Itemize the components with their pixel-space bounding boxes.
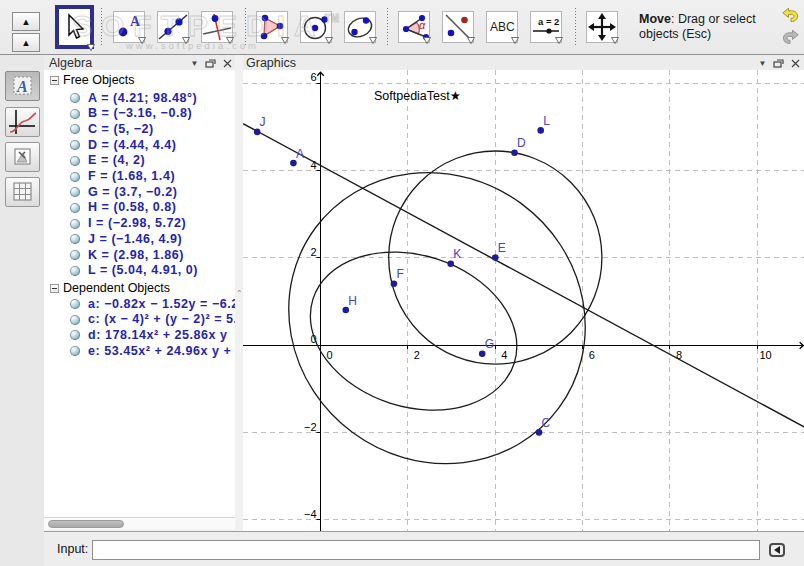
svg-text:D: D xyxy=(517,136,526,150)
svg-text:H: H xyxy=(348,294,357,308)
svg-text:L: L xyxy=(543,114,550,128)
svg-text:a = 2: a = 2 xyxy=(538,16,559,27)
svg-text:0: 0 xyxy=(326,349,332,361)
svg-text:6: 6 xyxy=(310,71,316,83)
svg-text:A: A xyxy=(16,78,28,95)
svg-text:−4: −4 xyxy=(304,508,317,520)
svg-text:2: 2 xyxy=(414,349,420,361)
svg-text:A: A xyxy=(296,147,304,161)
svg-text:−2: −2 xyxy=(304,421,317,433)
svg-text:G: G xyxy=(485,337,494,351)
svg-text:C: C xyxy=(542,416,551,430)
svg-text:2: 2 xyxy=(310,246,316,258)
svg-text:ABC: ABC xyxy=(490,20,515,34)
svg-text:F: F xyxy=(396,267,403,281)
svg-text:K: K xyxy=(453,247,461,261)
svg-text:A: A xyxy=(130,14,141,29)
svg-text:E: E xyxy=(498,241,506,255)
svg-text:6: 6 xyxy=(589,349,595,361)
svg-text:4: 4 xyxy=(501,349,507,361)
svg-text:J: J xyxy=(260,115,266,129)
svg-text:10: 10 xyxy=(759,349,771,361)
svg-text:SoftpediaTest★: SoftpediaTest★ xyxy=(374,89,461,103)
